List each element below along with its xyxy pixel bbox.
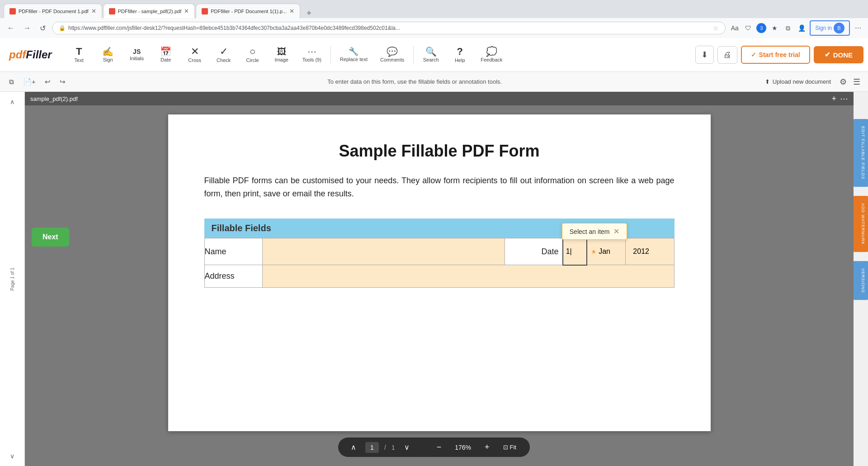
tab-3-title: PDFfiller - PDF Document 1(1).p... [211,9,287,14]
cross-tool[interactable]: ✕ Cross [181,44,208,66]
address-text: https://www.pdffiller.com/jsfiller-desk1… [68,25,709,31]
copy-page-button[interactable]: ⧉ [5,76,18,88]
date-month-cell[interactable]: ★ Jan [587,238,626,265]
tools-tool[interactable]: ⋯ Tools (9) [297,44,327,65]
upload-icon: ⬆ [765,78,770,85]
collections-icon[interactable]: ⧉ [783,23,793,33]
print-button[interactable]: 🖨 [717,46,737,64]
download-button[interactable]: ⬇ [695,46,714,64]
next-button[interactable]: Next [32,228,69,247]
name-row: Name Date 1| ★ Jan [204,238,674,265]
check-tool[interactable]: ✓ Check [210,44,237,66]
zoom-level-display: 176% [450,442,476,453]
replace-text-icon: 🔧 [349,48,359,56]
text-icon: T [76,47,82,57]
tab-1[interactable]: PDFfiller - PDF Document 1.pdf ✕ [4,4,102,18]
circle-tool[interactable]: ○ Circle [239,44,266,66]
tab-3-favicon [202,8,208,14]
select-item-close-button[interactable]: ✕ [613,227,619,236]
tool-group: T Text ✍ Sign JS Initials 📅 Date ✕ Cross… [66,44,695,66]
page-number-input[interactable] [365,442,379,453]
forward-button[interactable]: → [21,22,33,34]
date-label: Date [160,57,171,62]
edit-fillable-fields-tab[interactable]: EDIT FILLABLE FIELDS [854,119,868,187]
page-total: 1 [392,444,395,451]
address-bar[interactable]: 🔒 https://www.pdffiller.com/jsfiller-des… [52,22,726,34]
browser-chrome: PDFfiller - PDF Document 1.pdf ✕ PDFfill… [0,0,868,38]
star-icon: ★ [591,248,597,255]
favorites-icon[interactable]: ★ [769,23,780,33]
versions-tab[interactable]: VERSIONS [854,261,868,300]
tab-3[interactable]: PDFfiller - PDF Document 1(1).p... ✕ [196,4,300,18]
sign-in-label: Sign in [815,25,832,31]
name-input-cell[interactable] [263,238,505,265]
cursor: | [570,247,572,256]
sign-in-button[interactable]: Sign in B [810,20,850,36]
initials-tool[interactable]: JS Initials [123,46,151,64]
initials-label: Initials [130,56,144,61]
add-page-button[interactable]: 📄+ [19,76,39,88]
collapse-top-button[interactable]: ∧ [8,96,16,107]
redo-button[interactable]: ↪ [56,76,69,88]
browser-icons: Aa 🛡 3 ★ ⧉ 👤 Sign in B ⋯ [729,20,863,36]
address-bar-row: ← → ↺ 🔒 https://www.pdffiller.com/jsfill… [0,18,868,38]
select-item-popup: Select an item ✕ [562,223,627,240]
versions-label: VERSIONS [861,268,865,293]
undo-button[interactable]: ↩ [41,76,54,88]
page-down-button[interactable]: ∨ [401,441,413,453]
help-tool[interactable]: ? Help [446,44,473,66]
page-up-button[interactable]: ∧ [347,441,360,453]
comments-tool[interactable]: 💬 Comments [375,44,410,65]
replace-text-tool[interactable]: 🔧 Replace text [335,45,373,65]
lock-icon: 🔒 [59,25,66,31]
add-icon[interactable]: + [831,94,836,104]
date-year-cell[interactable]: 2012 [626,238,674,265]
image-tool[interactable]: 🖼 Image [268,44,295,65]
tab-2[interactable]: PDFfiller - sample_pdf(2).pdf ✕ [103,4,195,18]
done-checkmark: ✔ [825,51,830,59]
done-button[interactable]: ✔ DONE [814,46,863,63]
help-icon: ? [457,47,462,57]
text-tool[interactable]: T Text [66,44,93,66]
profile-icon[interactable]: 👤 [796,23,807,33]
tab-2-title: PDFfiller - sample_pdf(2).pdf [118,9,182,14]
date-tool[interactable]: 📅 Date [152,44,179,65]
shield-icon[interactable]: 🛡 [743,23,754,33]
reader-icon[interactable]: Aa [729,23,740,33]
feedback-tool[interactable]: 💭 Feedback [475,44,508,65]
new-tab-button[interactable]: + [303,9,315,18]
collapse-bottom-button[interactable]: ∨ [8,451,16,461]
zoom-plus-button[interactable]: + [481,442,493,453]
panel-toggle-button[interactable]: ☰ [851,75,863,89]
trial-button[interactable]: ✓ Start free trial [741,46,810,64]
fit-button[interactable]: ⊡ Fit [499,442,521,452]
sign-tool[interactable]: ✍ Sign [94,44,122,65]
page-separator: / [384,444,386,451]
bookmark-icon[interactable]: ☆ [713,24,719,32]
zoom-minus-button[interactable]: − [433,442,445,453]
reload-button[interactable]: ↺ [37,22,48,34]
cross-label: Cross [188,57,201,63]
tab-2-close[interactable]: ✕ [184,8,189,14]
more-options-icon[interactable]: ⋯ [840,94,848,104]
search-icon: 🔍 [425,47,437,56]
tab-1-close[interactable]: ✕ [91,8,96,14]
extension-icon[interactable]: 3 [756,23,766,33]
add-watermark-tab[interactable]: ADD WATERMARK [854,196,868,252]
address-input-cell[interactable] [263,265,674,288]
upload-new-document-button[interactable]: ⬆ Upload new document [760,76,835,87]
page-indicator-text: Page 1 of 1 [10,267,15,290]
divider-1 [330,46,331,64]
settings-button[interactable]: ⚙ [837,75,849,89]
address-row: Address [204,265,674,288]
date-day-cell[interactable]: 1| [563,238,587,265]
bottom-bar: ∧ / 1 ∨ − 176% + ⊡ Fit [338,437,530,457]
toolbar-right: ⬇ 🖨 ✓ Start free trial ✔ DONE [695,46,863,64]
tab-3-close[interactable]: ✕ [289,8,294,14]
fit-label: Fit [510,444,516,451]
more-icon[interactable]: ⋯ [853,23,863,33]
tab-2-favicon [109,8,115,14]
back-button[interactable]: ← [5,22,17,34]
name-label: Name [204,238,263,265]
search-tool[interactable]: 🔍 Search [417,44,444,65]
